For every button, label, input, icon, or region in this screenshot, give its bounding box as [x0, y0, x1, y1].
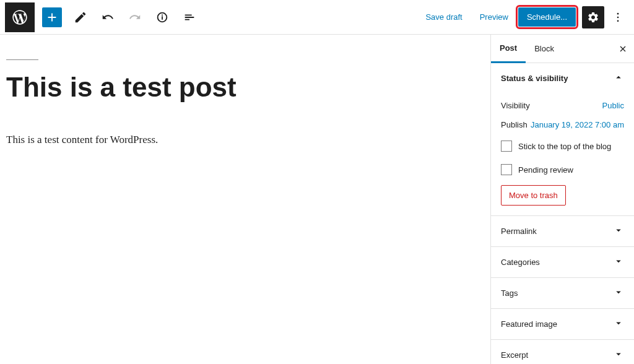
edit-tool-button[interactable] — [69, 6, 92, 28]
gear-icon — [587, 11, 599, 24]
dots-vertical-icon — [612, 11, 624, 24]
panel-header-permalink[interactable]: Permalink — [491, 216, 634, 246]
panel-header-tags[interactable]: Tags — [491, 278, 634, 308]
row-stick: Stick to the top of the blog — [501, 134, 624, 158]
row-publish: Publish January 19, 2022 7:00 am — [501, 115, 624, 134]
schedule-button[interactable]: Schedule... — [518, 7, 576, 27]
panel-status-visibility: Status & visibility Visibility Public Pu… — [491, 63, 634, 216]
panel-title: Categories — [501, 258, 540, 267]
panel-title: Featured image — [501, 319, 557, 329]
chevron-down-icon — [613, 225, 624, 238]
list-icon — [183, 11, 196, 24]
panel-title: Excerpt — [501, 350, 528, 360]
topbar-right: Save draft Preview Schedule... — [418, 6, 629, 28]
move-to-trash-button[interactable]: Move to trash — [501, 185, 566, 206]
info-button[interactable] — [151, 6, 173, 28]
editor-body: This is a test post This is a test conte… — [0, 35, 634, 364]
topbar-left — [5, 2, 203, 32]
chevron-down-icon — [613, 256, 624, 269]
chevron-down-icon — [613, 349, 624, 362]
wordpress-icon — [11, 9, 28, 26]
redo-icon — [128, 11, 142, 24]
panel-permalink: Permalink — [491, 216, 634, 247]
undo-icon — [101, 11, 115, 24]
post-title[interactable]: This is a test post — [6, 71, 484, 104]
info-icon — [155, 11, 169, 24]
svg-point-1 — [617, 16, 619, 18]
publish-value[interactable]: January 19, 2022 7:00 am — [531, 120, 624, 129]
wordpress-logo[interactable] — [5, 2, 35, 32]
pending-label: Pending review — [518, 165, 573, 175]
tab-post[interactable]: Post — [491, 35, 526, 63]
sidebar-tabs: Post Block — [491, 35, 634, 63]
editor-canvas[interactable]: This is a test post This is a test conte… — [0, 35, 490, 364]
panel-header-excerpt[interactable]: Excerpt — [491, 340, 634, 364]
svg-point-2 — [617, 20, 619, 22]
stick-label: Stick to the top of the blog — [518, 142, 611, 151]
preview-button[interactable]: Preview — [472, 7, 516, 27]
visibility-value[interactable]: Public — [602, 101, 624, 110]
more-options-button[interactable] — [607, 6, 629, 28]
pending-checkbox[interactable] — [501, 164, 512, 175]
panel-excerpt: Excerpt — [491, 340, 634, 364]
svg-point-0 — [617, 12, 619, 14]
chevron-down-icon — [613, 287, 624, 300]
add-block-button[interactable] — [42, 7, 62, 27]
chevron-up-icon — [613, 72, 624, 85]
panel-header-featured[interactable]: Featured image — [491, 309, 634, 339]
save-draft-button[interactable]: Save draft — [418, 7, 469, 27]
editor-app: Save draft Preview Schedule... This is a… — [0, 0, 634, 364]
panel-header-status[interactable]: Status & visibility — [491, 63, 634, 93]
title-block: This is a test post — [6, 59, 484, 104]
outline-button[interactable] — [178, 6, 201, 28]
panel-title: Status & visibility — [501, 74, 568, 83]
chevron-down-icon — [613, 318, 624, 331]
undo-button[interactable] — [97, 6, 119, 28]
panel-title: Tags — [501, 288, 518, 298]
close-sidebar-button[interactable] — [612, 44, 634, 54]
panel-featured-image: Featured image — [491, 309, 634, 340]
topbar: Save draft Preview Schedule... — [0, 0, 634, 35]
settings-sidebar: Post Block Status & visibility Visibilit… — [490, 35, 634, 364]
visibility-label: Visibility — [501, 101, 530, 110]
row-visibility: Visibility Public — [501, 96, 624, 115]
plus-icon — [45, 11, 59, 24]
close-icon — [618, 44, 628, 54]
panel-body-status: Visibility Public Publish January 19, 20… — [491, 93, 634, 215]
panel-categories: Categories — [491, 247, 634, 278]
post-body[interactable]: This is a test content for WordPress. — [6, 134, 484, 146]
title-separator — [6, 59, 38, 60]
stick-checkbox[interactable] — [501, 141, 512, 152]
pencil-icon — [74, 11, 87, 24]
settings-button[interactable] — [582, 6, 604, 28]
redo-button[interactable] — [124, 6, 146, 28]
panel-tags: Tags — [491, 278, 634, 309]
tab-block[interactable]: Block — [526, 35, 563, 62]
panel-title: Permalink — [501, 227, 537, 236]
publish-label: Publish — [501, 120, 528, 129]
panel-header-categories[interactable]: Categories — [491, 247, 634, 277]
row-pending: Pending review — [501, 158, 624, 181]
